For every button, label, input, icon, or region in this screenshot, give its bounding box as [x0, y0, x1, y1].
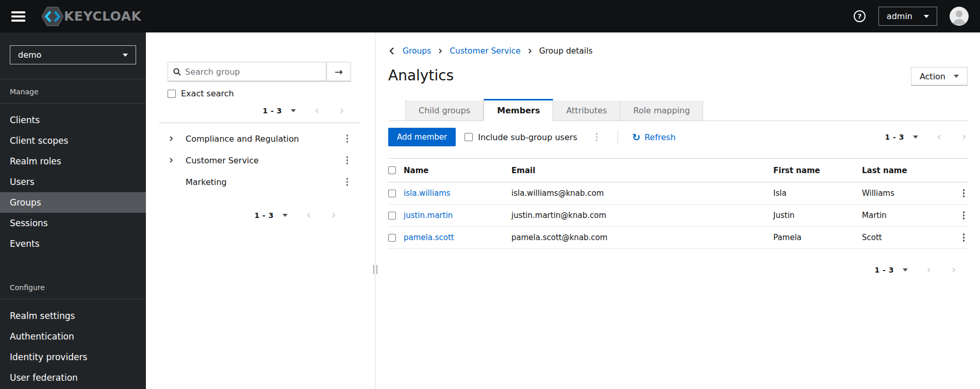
pagination-options-caret-icon[interactable] [291, 109, 296, 112]
group-name[interactable]: Compliance and Regulation [186, 134, 299, 144]
select-all-checkbox[interactable] [388, 166, 396, 174]
pagination-options-caret-icon[interactable] [903, 268, 908, 272]
exact-search-checkbox[interactable] [168, 90, 176, 98]
next-page-icon[interactable] [330, 212, 337, 219]
sidebar-item-clients[interactable]: Clients [0, 110, 146, 130]
row-kebab-menu-icon[interactable] [960, 209, 968, 222]
sidebar-item-groups[interactable]: Groups [0, 192, 146, 213]
breadcrumb-link-customer-service[interactable]: Customer Service [450, 46, 521, 56]
pagination-options-caret-icon[interactable] [913, 136, 918, 139]
tab-attributes[interactable]: Attributes [553, 100, 620, 121]
keycloak-logo[interactable]: KEYCLOAK [42, 7, 141, 26]
sidebar-item-sessions[interactable]: Sessions [0, 213, 146, 233]
member-name-link[interactable]: pamela.scott [404, 233, 511, 242]
tab-role-mapping[interactable]: Role mapping [620, 100, 703, 121]
exact-search-label: Exact search [181, 89, 234, 98]
member-first-name: Isla [773, 189, 862, 198]
members-pagination-bottom: 1 - 3 [388, 266, 957, 274]
breadcrumb-back-icon[interactable] [388, 47, 396, 55]
page-title: Analytics [388, 67, 454, 84]
search-icon [173, 68, 181, 76]
member-email: pamela.scott@knab.com [511, 233, 773, 242]
member-name-link[interactable]: justin.martin [404, 211, 511, 220]
next-page-icon[interactable] [960, 133, 968, 141]
tab-members[interactable]: Members [484, 99, 553, 121]
realm-selector[interactable]: demo [10, 45, 136, 64]
avatar[interactable] [950, 7, 969, 26]
refresh-button[interactable]: ↻ Refresh [632, 132, 675, 142]
sidebar: demo Manage Clients Client scopes Realm … [0, 32, 146, 389]
search-submit-button[interactable]: → [326, 62, 351, 81]
chevron-down-icon [123, 54, 128, 57]
column-header-first-name: First name [773, 166, 862, 175]
previous-page-icon[interactable] [936, 133, 943, 141]
sidebar-item-client-scopes[interactable]: Client scopes [0, 130, 146, 151]
previous-page-icon[interactable] [305, 212, 312, 219]
splitter-drag-handle[interactable] [373, 265, 377, 274]
tab-child-groups[interactable]: Child groups [405, 100, 484, 121]
member-email: isla.williams@knab.com [511, 189, 773, 198]
next-page-icon[interactable] [338, 107, 345, 114]
member-name-link[interactable]: isla.williams [404, 189, 511, 198]
sidebar-section-configure: Configure [0, 275, 146, 299]
row-kebab-menu-icon[interactable] [960, 187, 968, 199]
kebab-menu-icon[interactable] [343, 176, 352, 188]
sidebar-section-manage: Manage [0, 79, 146, 103]
chevron-down-icon [924, 15, 929, 18]
toolbar-kebab-menu-icon[interactable] [593, 131, 601, 143]
sidebar-item-realm-settings[interactable]: Realm settings [0, 306, 146, 326]
user-avatar-icon [950, 7, 969, 26]
refresh-icon: ↻ [632, 132, 640, 142]
include-subgroup-users-label: Include sub-group users [478, 132, 577, 142]
sidebar-item-identity-providers[interactable]: Identity providers [0, 347, 146, 367]
column-header-email: Email [511, 166, 773, 175]
divider [159, 123, 361, 123]
group-tree-item[interactable]: Compliance and Regulation [146, 128, 375, 149]
action-dropdown[interactable]: Action [911, 67, 968, 86]
user-dropdown[interactable]: admin [878, 7, 937, 26]
sidebar-item-realm-roles[interactable]: Realm roles [0, 151, 146, 172]
member-last-name: Williams [862, 189, 945, 198]
sidebar-item-events[interactable]: Events [0, 233, 146, 254]
add-member-button[interactable]: Add member [388, 128, 456, 146]
username: admin [887, 11, 912, 21]
kebab-menu-icon[interactable] [343, 132, 352, 145]
group-name[interactable]: Marketing [186, 177, 227, 187]
sidebar-item-users[interactable]: Users [0, 172, 146, 192]
masthead: KEYCLOAK ? admin [0, 0, 980, 32]
previous-page-icon[interactable] [313, 107, 321, 114]
sidebar-item-authentication[interactable]: Authentication [0, 326, 146, 347]
search-group-input[interactable] [185, 67, 321, 77]
column-header-last-name: Last name [862, 166, 945, 175]
sidebar-item-user-federation[interactable]: User federation [0, 367, 146, 388]
previous-page-icon[interactable] [925, 266, 933, 274]
table-row: isla.williams isla.williams@knab.com Isl… [388, 182, 968, 205]
row-checkbox[interactable] [388, 190, 396, 197]
tree-pagination-top: 1 - 3 [146, 107, 345, 115]
action-label: Action [920, 72, 945, 81]
breadcrumb-separator-icon [527, 48, 533, 54]
breadcrumb-link-groups[interactable]: Groups [403, 46, 431, 56]
expand-chevron-icon[interactable] [168, 135, 175, 142]
row-kebab-menu-icon[interactable] [960, 231, 968, 244]
member-first-name: Justin [773, 211, 862, 220]
kebab-menu-icon[interactable] [343, 154, 352, 166]
row-checkbox[interactable] [388, 212, 396, 219]
member-email: justin.martin@knab.com [511, 211, 773, 220]
hamburger-menu-icon[interactable] [11, 11, 25, 22]
search-group-field [168, 62, 326, 81]
table-row: justin.martin justin.martin@knab.com Jus… [388, 205, 968, 227]
group-tree-item[interactable]: Customer Service [146, 149, 375, 171]
row-checkbox[interactable] [388, 234, 396, 242]
help-icon[interactable]: ? [853, 10, 866, 23]
include-subgroup-users-checkbox[interactable] [464, 133, 473, 141]
group-name[interactable]: Customer Service [186, 156, 259, 165]
pagination-options-caret-icon[interactable] [283, 214, 288, 217]
breadcrumb-current: Group details [539, 46, 593, 56]
group-tree-item[interactable]: Marketing [146, 171, 375, 193]
member-last-name: Scott [862, 233, 945, 242]
expand-chevron-icon[interactable] [168, 157, 175, 164]
next-page-icon[interactable] [950, 266, 957, 274]
tree-pagination-bottom: 1 - 3 [146, 211, 337, 219]
divider [618, 130, 618, 144]
